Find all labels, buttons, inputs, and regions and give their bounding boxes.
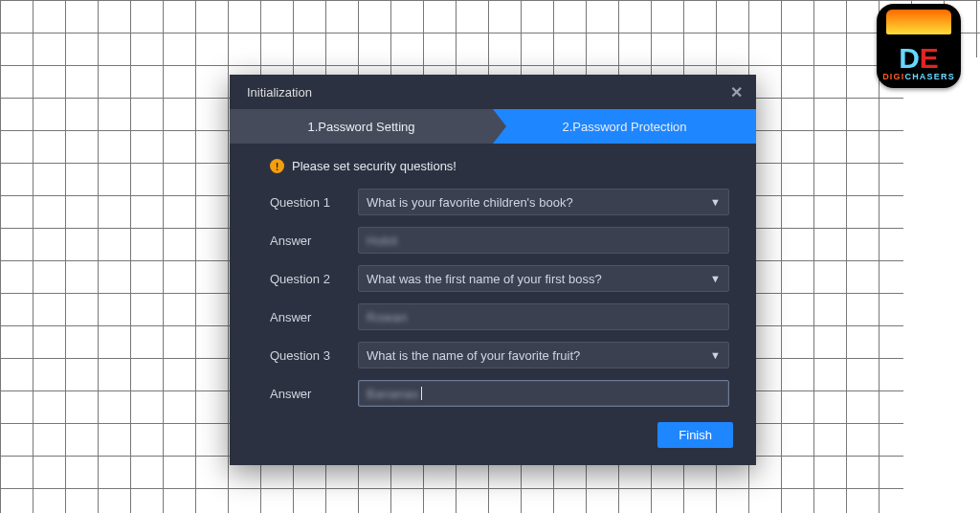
step-password-setting[interactable]: 1.Password Setting bbox=[230, 109, 493, 144]
answer-2-label: Answer bbox=[270, 310, 358, 324]
chevron-down-icon: ▼ bbox=[710, 273, 721, 284]
step-label: 1.Password Setting bbox=[307, 120, 414, 134]
finish-button[interactable]: Finish bbox=[657, 422, 733, 448]
question-3-select-text: What is the name of your favorite fruit? bbox=[367, 348, 580, 363]
initialization-dialog: Initialization ✕ 1.Password Setting 2.Pa… bbox=[230, 75, 756, 465]
answer-3-label: Answer bbox=[270, 387, 358, 401]
answer-3-row: Answer Bananas bbox=[270, 374, 729, 413]
question-2-select[interactable]: What was the first name of your first bo… bbox=[358, 265, 729, 292]
answer-1-row: Answer Hobit bbox=[270, 221, 729, 259]
question-2-label: Question 2 bbox=[270, 272, 358, 286]
question-2-select-text: What was the first name of your first bo… bbox=[367, 272, 602, 286]
security-questions-alert: ! Please set security questions! bbox=[230, 144, 756, 179]
question-3-row: Question 3 What is the name of your favo… bbox=[270, 336, 729, 374]
answer-2-row: Answer Rowan bbox=[270, 298, 729, 336]
step-label: 2.Password Protection bbox=[562, 120, 686, 134]
answer-3-input[interactable]: Bananas bbox=[358, 380, 729, 407]
dialog-titlebar: Initialization ✕ bbox=[230, 75, 756, 109]
close-icon[interactable]: ✕ bbox=[730, 83, 743, 101]
warning-icon: ! bbox=[270, 159, 284, 173]
alert-text: Please set security questions! bbox=[292, 159, 457, 173]
answer-1-label: Answer bbox=[270, 234, 358, 248]
chevron-down-icon: ▼ bbox=[710, 349, 721, 361]
security-questions-form: Question 1 What is your favorite childre… bbox=[230, 179, 756, 413]
text-caret-icon bbox=[421, 387, 422, 400]
question-2-row: Question 2 What was the first name of yo… bbox=[270, 259, 729, 298]
question-1-row: Question 1 What is your favorite childre… bbox=[270, 183, 729, 221]
question-1-label: Question 1 bbox=[270, 195, 358, 210]
answer-1-input[interactable]: Hobit bbox=[358, 227, 729, 254]
question-3-label: Question 3 bbox=[270, 348, 358, 363]
page-right-gutter bbox=[903, 57, 980, 513]
question-1-select[interactable]: What is your favorite children's book? ▼ bbox=[358, 189, 729, 215]
wizard-steps: 1.Password Setting 2.Password Protection bbox=[230, 109, 756, 144]
logo-subtext: DIGICHASERS bbox=[882, 72, 955, 81]
step-password-protection[interactable]: 2.Password Protection bbox=[493, 109, 756, 144]
answer-2-input[interactable]: Rowan bbox=[358, 303, 729, 330]
question-3-select[interactable]: What is the name of your favorite fruit?… bbox=[358, 342, 729, 368]
flame-icon bbox=[886, 10, 951, 34]
dialog-title: Initialization bbox=[247, 85, 312, 100]
question-1-select-text: What is your favorite children's book? bbox=[367, 195, 573, 210]
logo-letters: DE bbox=[899, 45, 939, 72]
brand-logo: DE DIGICHASERS bbox=[877, 4, 961, 88]
chevron-down-icon: ▼ bbox=[710, 196, 721, 208]
dialog-footer: Finish bbox=[657, 422, 733, 448]
